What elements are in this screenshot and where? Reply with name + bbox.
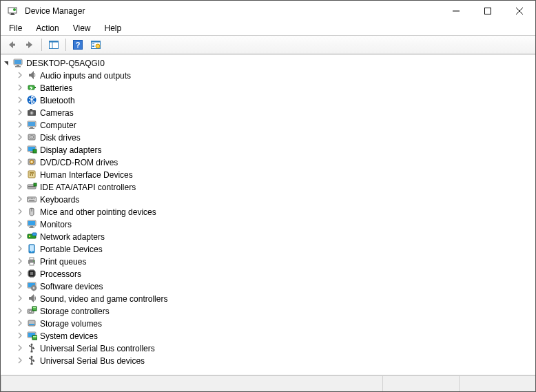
portable-device-icon xyxy=(26,243,37,254)
svg-point-3 xyxy=(13,8,16,11)
expand-arrow-icon[interactable] xyxy=(16,319,24,327)
menu-file[interactable]: File xyxy=(3,22,28,34)
tree-category-label: Universal Serial Bus controllers xyxy=(40,343,155,353)
properties-icon xyxy=(90,39,101,50)
tree-category[interactable]: System devices xyxy=(1,329,534,342)
expand-arrow-icon[interactable] xyxy=(16,344,24,352)
tree-category-label: Mice and other pointing devices xyxy=(40,207,156,217)
svg-point-20 xyxy=(96,44,100,48)
expand-arrow-icon[interactable] xyxy=(16,121,24,129)
tree-category[interactable]: Human Interface Devices xyxy=(1,168,534,180)
usb-device-icon xyxy=(26,355,37,366)
menu-action[interactable]: Action xyxy=(30,22,64,34)
status-cell xyxy=(382,376,459,391)
tree-category[interactable]: Bluetooth xyxy=(1,94,534,106)
expand-arrow-icon[interactable] xyxy=(16,195,24,203)
tree-category[interactable]: Mice and other pointing devices xyxy=(1,205,534,218)
expand-arrow-icon[interactable] xyxy=(16,83,24,92)
svg-rect-16 xyxy=(92,41,101,43)
tree-category[interactable]: Monitors xyxy=(1,218,534,230)
properties-button[interactable] xyxy=(87,37,104,53)
network-adapter-icon xyxy=(26,231,37,242)
expand-arrow-icon[interactable] xyxy=(16,269,24,278)
tree-category[interactable]: Storage controllers xyxy=(1,305,534,317)
tree-category-label: Sound, video and game controllers xyxy=(40,293,167,304)
expand-arrow-icon[interactable] xyxy=(16,71,24,79)
svg-rect-24 xyxy=(15,66,21,68)
tree-category-label: Disk drives xyxy=(40,132,81,143)
expand-arrow-icon[interactable] xyxy=(16,331,24,340)
show-hide-tree-button[interactable] xyxy=(45,37,62,53)
expand-arrow-icon[interactable] xyxy=(16,183,24,191)
tree-category[interactable]: IDE ATA/ATAPI controllers xyxy=(1,180,534,193)
expand-arrow-icon[interactable] xyxy=(16,170,24,178)
tree-categories: Audio inputs and outputsBatteriesBluetoo… xyxy=(1,69,534,367)
tree-category[interactable]: Cameras xyxy=(1,106,534,118)
tree-root-label: DESKTOP-Q5AQGI0 xyxy=(26,58,105,68)
tree-category[interactable]: Software devices xyxy=(1,280,534,292)
close-button[interactable] xyxy=(504,1,535,21)
tree-category[interactable]: Keyboards xyxy=(1,193,534,205)
help-button[interactable]: ? xyxy=(70,37,86,53)
hid-icon xyxy=(26,169,37,180)
tree-category-label: Computer xyxy=(40,120,76,130)
expand-arrow-icon[interactable] xyxy=(16,356,24,364)
tree-category-label: Human Interface Devices xyxy=(40,169,133,180)
back-button[interactable] xyxy=(3,37,20,53)
expand-arrow-icon[interactable] xyxy=(16,108,24,116)
tree-category[interactable]: Print queues xyxy=(1,255,534,267)
tree-category[interactable]: Computer xyxy=(1,118,534,131)
optical-drive-icon xyxy=(26,156,37,167)
tree-category[interactable]: Universal Serial Bus controllers xyxy=(1,342,534,354)
sound-video-game-icon xyxy=(26,293,37,304)
minimize-button[interactable] xyxy=(440,1,472,21)
tree-category[interactable]: Storage volumes xyxy=(1,317,534,329)
print-queue-icon xyxy=(26,256,37,267)
expand-arrow-icon[interactable] xyxy=(16,282,24,290)
expand-arrow-icon[interactable] xyxy=(16,294,24,302)
menu-view[interactable]: View xyxy=(68,22,96,34)
tree-category-label: System devices xyxy=(40,331,98,341)
device-tree[interactable]: DESKTOP-Q5AQGI0 Audio inputs and outputs… xyxy=(1,54,535,375)
app-icon xyxy=(7,6,18,17)
expand-arrow-icon[interactable] xyxy=(16,232,24,240)
tree-category[interactable]: DVD/CD-ROM drives xyxy=(1,156,534,168)
menu-bar: File Action View Help xyxy=(1,21,535,35)
svg-rect-22 xyxy=(14,60,21,64)
bluetooth-icon xyxy=(26,94,37,105)
tree-category[interactable]: Batteries xyxy=(1,81,534,94)
collapse-arrow-icon[interactable] xyxy=(2,59,10,68)
expand-arrow-icon[interactable] xyxy=(16,133,24,141)
tree-category[interactable]: Disk drives xyxy=(1,131,534,143)
svg-rect-8 xyxy=(12,44,15,46)
forward-button[interactable] xyxy=(21,37,38,53)
expand-arrow-icon[interactable] xyxy=(16,145,24,154)
maximize-button[interactable] xyxy=(472,1,504,21)
tree-category-label: Batteries xyxy=(40,83,72,93)
toolbar-separator xyxy=(65,39,66,51)
tree-category[interactable]: Processors xyxy=(1,267,534,280)
tree-category[interactable]: Portable Devices xyxy=(1,243,534,255)
expand-arrow-icon[interactable] xyxy=(16,257,24,265)
tree-category[interactable]: Audio inputs and outputs xyxy=(1,69,534,81)
svg-rect-18 xyxy=(92,45,94,45)
window-controls xyxy=(440,1,535,21)
expand-arrow-icon[interactable] xyxy=(16,96,24,104)
tree-category[interactable]: Display adapters xyxy=(1,143,534,156)
tree-category[interactable]: Network adapters xyxy=(1,230,534,243)
tree-category[interactable]: Sound, video and game controllers xyxy=(1,292,534,305)
show-hide-console-tree-icon xyxy=(48,39,59,50)
tree-category-label: IDE ATA/ATAPI controllers xyxy=(40,182,136,192)
expand-arrow-icon[interactable] xyxy=(16,207,24,216)
expand-arrow-icon[interactable] xyxy=(16,158,24,166)
svg-rect-19 xyxy=(92,46,94,47)
expand-arrow-icon[interactable] xyxy=(16,220,24,228)
tree-category[interactable]: Universal Serial Bus devices xyxy=(1,354,534,367)
expand-arrow-icon[interactable] xyxy=(16,307,24,315)
title-bar[interactable]: Device Manager xyxy=(1,1,535,21)
tree-root[interactable]: DESKTOP-Q5AQGI0 xyxy=(1,57,534,69)
svg-rect-9 xyxy=(26,44,29,46)
menu-help[interactable]: Help xyxy=(99,22,127,34)
expand-arrow-icon[interactable] xyxy=(16,245,24,253)
svg-rect-2 xyxy=(10,14,15,15)
